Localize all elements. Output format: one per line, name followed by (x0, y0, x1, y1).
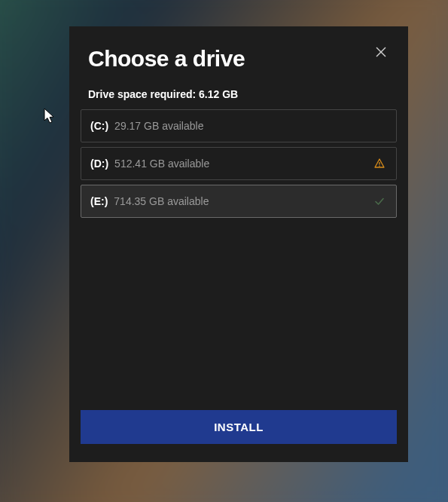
dialog-header: Choose a drive (70, 44, 407, 72)
install-button[interactable]: INSTALL (81, 410, 397, 444)
drive-option-d[interactable]: (D:) 512.41 GB available (81, 147, 397, 180)
drive-available: 29.17 GB available (114, 120, 373, 132)
warning-icon (373, 158, 386, 170)
drive-letter: (E:) (90, 195, 108, 207)
drive-option-c[interactable]: (C:) 29.17 GB available (81, 109, 397, 142)
close-icon (376, 47, 386, 57)
space-required-label: Drive space required: 6.12 GB (70, 72, 407, 109)
drive-available: 714.35 GB available (114, 195, 373, 207)
drive-letter: (C:) (90, 120, 108, 132)
dialog-title: Choose a drive (88, 46, 245, 72)
svg-point-3 (379, 166, 380, 167)
drive-list: (C:) 29.17 GB available (D:) 512.41 GB a… (70, 109, 407, 222)
check-icon (373, 195, 386, 207)
drive-letter: (D:) (90, 158, 108, 170)
close-button[interactable] (373, 43, 389, 63)
drive-available: 512.41 GB available (114, 158, 373, 170)
choose-drive-dialog: Choose a drive Drive space required: 6.1… (69, 26, 408, 462)
status-none-icon (373, 120, 386, 132)
drive-option-e[interactable]: (E:) 714.35 GB available (81, 185, 397, 218)
